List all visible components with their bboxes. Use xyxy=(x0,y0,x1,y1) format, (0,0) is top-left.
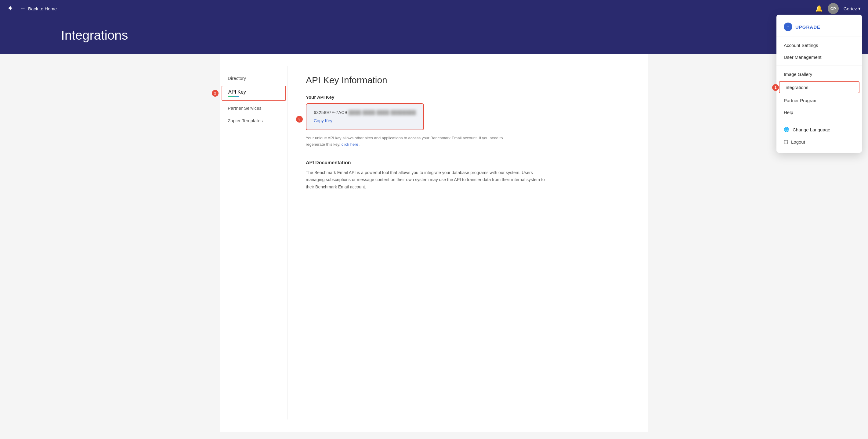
user-menu-trigger[interactable]: Cortez ▾ xyxy=(844,6,861,11)
step-badge-3: 3 xyxy=(296,116,303,123)
user-dropdown-menu: ↑ UPGRADE Account Settings User Manageme… xyxy=(776,14,862,153)
upgrade-section[interactable]: ↑ UPGRADE xyxy=(776,20,862,37)
dropdown-item-integrations[interactable]: Integrations xyxy=(779,81,860,93)
api-key-description: Your unique API key allows other sites a… xyxy=(306,135,520,148)
sidebar-item-api-key-wrapper: 2 API Key xyxy=(220,86,287,101)
upgrade-icon: ↑ xyxy=(784,23,792,31)
api-key-label: Your API Key xyxy=(306,95,629,100)
back-arrow-icon: ← xyxy=(20,5,26,12)
dropdown-section-1: Account Settings User Management xyxy=(776,37,862,66)
api-key-prefix: 6325897F-7AC9 xyxy=(314,110,347,115)
regenerate-key-link[interactable]: click here xyxy=(342,142,358,147)
dropdown-item-logout[interactable]: ⬚ Logout xyxy=(776,136,862,148)
sidebar-item-api-key[interactable]: API Key xyxy=(222,86,286,101)
api-key-value: 6325897F-7AC9 ████ ████ ████ ████████ xyxy=(314,110,416,115)
step-badge-2: 2 xyxy=(212,90,219,97)
api-doc-title: API Documentation xyxy=(306,160,629,166)
sidebar: Directory 2 API Key Partner Services Zap… xyxy=(220,66,287,419)
dropdown-item-image-gallery[interactable]: Image Gallery xyxy=(776,68,862,80)
globe-icon: 🌐 xyxy=(784,127,789,132)
copy-key-button[interactable]: Copy Key xyxy=(314,118,332,123)
api-key-blurred-part: ████ ████ ████ ████████ xyxy=(348,110,416,115)
page-header: Integrations xyxy=(0,17,868,54)
page-title: Integrations xyxy=(61,28,868,43)
dropdown-section-3: 🌐 Change Language ⬚ Logout xyxy=(776,121,862,150)
sidebar-item-partner-services[interactable]: Partner Services xyxy=(220,102,287,114)
sidebar-item-directory[interactable]: Directory xyxy=(220,72,287,85)
api-key-box: 6325897F-7AC9 ████ ████ ████ ████████ Co… xyxy=(306,103,424,130)
section-title: API Key Information xyxy=(306,75,629,86)
step-badge-1: 1 xyxy=(772,84,779,91)
dropdown-item-partner-program[interactable]: Partner Program xyxy=(776,95,862,106)
api-key-container: 3 6325897F-7AC9 ████ ████ ████ ████████ … xyxy=(306,103,424,135)
dropdown-item-change-language[interactable]: 🌐 Change Language xyxy=(776,124,862,136)
user-avatar[interactable]: CP xyxy=(828,3,839,14)
sidebar-item-zapier-templates[interactable]: Zapier Templates xyxy=(220,114,287,127)
dropdown-item-account-settings[interactable]: Account Settings xyxy=(776,39,862,51)
back-to-home-link[interactable]: ← Back to Home xyxy=(20,5,57,12)
dropdown-item-help[interactable]: Help xyxy=(776,106,862,118)
dropdown-section-2: Image Gallery 1 Integrations Partner Pro… xyxy=(776,66,862,121)
top-navigation: ✦ ← Back to Home 🔔 CP Cortez ▾ xyxy=(0,0,868,17)
api-doc-text: The Benchmark Email API is a powerful to… xyxy=(306,169,550,191)
main-content: API Key Information Your API Key 3 63258… xyxy=(287,66,648,419)
notification-bell-icon[interactable]: 🔔 xyxy=(815,5,823,12)
logout-icon: ⬚ xyxy=(784,139,788,144)
dropdown-integrations-wrapper: 1 Integrations xyxy=(776,80,862,95)
back-to-home-label: Back to Home xyxy=(28,6,57,11)
main-layout: Directory 2 API Key Partner Services Zap… xyxy=(220,54,648,432)
upgrade-label: UPGRADE xyxy=(795,24,820,30)
app-logo: ✦ xyxy=(7,5,13,12)
topnav-right-section: 🔔 CP Cortez ▾ xyxy=(815,3,861,14)
dropdown-item-user-management[interactable]: User Management xyxy=(776,51,862,63)
